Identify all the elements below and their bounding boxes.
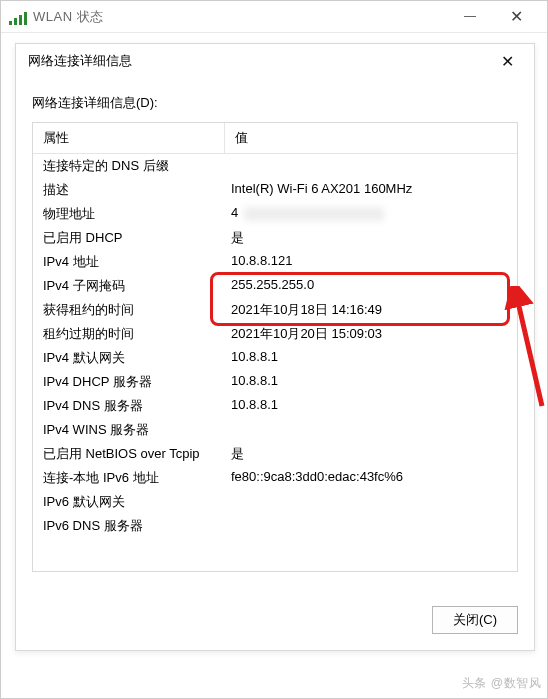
network-details-dialog: 网络连接详细信息 ✕ 网络连接详细信息(D): 属性 值 连接特定的 DNS 后…	[15, 43, 535, 651]
value-cell: 10.8.8.1	[225, 346, 517, 370]
details-table: 属性 值 连接特定的 DNS 后缀描述Intel(R) Wi-Fi 6 AX20…	[32, 122, 518, 572]
dialog-body: 网络连接详细信息(D): 属性 值 连接特定的 DNS 后缀描述Intel(R)…	[16, 78, 534, 592]
value-cell	[225, 514, 517, 538]
value-cell	[225, 154, 517, 178]
value-cell: 10.8.8.1	[225, 394, 517, 418]
table-row[interactable]: IPv4 DHCP 服务器10.8.8.1	[33, 370, 517, 394]
property-cell: IPv4 DHCP 服务器	[33, 370, 225, 394]
dialog-footer: 关闭(C)	[16, 592, 534, 650]
table-row[interactable]: 已启用 DHCP是	[33, 226, 517, 250]
outer-window-title: WLAN 状态	[33, 8, 447, 26]
table-row[interactable]: IPv4 DNS 服务器10.8.8.1	[33, 394, 517, 418]
property-cell: 连接-本地 IPv6 地址	[33, 466, 225, 490]
table-row[interactable]: 租约过期的时间2021年10月20日 15:09:03	[33, 322, 517, 346]
value-cell: fe80::9ca8:3dd0:edac:43fc%6	[225, 466, 517, 490]
property-cell: 已启用 NetBIOS over Tcpip	[33, 442, 225, 466]
header-property: 属性	[33, 123, 225, 153]
wlan-status-window: WLAN 状态 ✕ 网络连接详细信息 ✕ 网络连接详细信息(D): 属性 值 连…	[0, 0, 548, 699]
table-header: 属性 值	[33, 123, 517, 154]
table-row[interactable]: IPv4 地址10.8.8.121	[33, 250, 517, 274]
property-cell: 已启用 DHCP	[33, 226, 225, 250]
table-row[interactable]: 连接特定的 DNS 后缀	[33, 154, 517, 178]
value-cell	[225, 490, 517, 514]
wifi-signal-icon	[9, 9, 27, 25]
table-row[interactable]: IPv4 子网掩码255.255.255.0	[33, 274, 517, 298]
property-cell: IPv6 默认网关	[33, 490, 225, 514]
value-cell: 是	[225, 442, 517, 466]
value-cell: 2021年10月18日 14:16:49	[225, 298, 517, 322]
inner-titlebar: 网络连接详细信息 ✕	[16, 44, 534, 78]
table-row[interactable]: 描述Intel(R) Wi-Fi 6 AX201 160MHz	[33, 178, 517, 202]
table-row[interactable]: 连接-本地 IPv6 地址fe80::9ca8:3dd0:edac:43fc%6	[33, 466, 517, 490]
inner-window-title: 网络连接详细信息	[28, 52, 492, 70]
table-row[interactable]: IPv4 WINS 服务器	[33, 418, 517, 442]
value-cell: 4	[225, 202, 517, 226]
table-row[interactable]: IPv4 默认网关10.8.8.1	[33, 346, 517, 370]
property-cell: 获得租约的时间	[33, 298, 225, 322]
value-cell: 10.8.8.121	[225, 250, 517, 274]
watermark: 头条 @数智风	[462, 675, 541, 692]
table-body: 连接特定的 DNS 后缀描述Intel(R) Wi-Fi 6 AX201 160…	[33, 154, 517, 538]
property-cell: 物理地址	[33, 202, 225, 226]
property-cell: IPv4 地址	[33, 250, 225, 274]
property-cell: IPv4 DNS 服务器	[33, 394, 225, 418]
property-cell: IPv6 DNS 服务器	[33, 514, 225, 538]
value-cell: Intel(R) Wi-Fi 6 AX201 160MHz	[225, 178, 517, 202]
property-cell: 连接特定的 DNS 后缀	[33, 154, 225, 178]
header-value: 值	[225, 123, 517, 153]
value-cell: 是	[225, 226, 517, 250]
close-button[interactable]: 关闭(C)	[432, 606, 518, 634]
table-row[interactable]: 获得租约的时间2021年10月18日 14:16:49	[33, 298, 517, 322]
property-cell: IPv4 默认网关	[33, 346, 225, 370]
inner-close-button[interactable]: ✕	[492, 46, 522, 76]
value-cell: 10.8.8.1	[225, 370, 517, 394]
table-row[interactable]: 已启用 NetBIOS over Tcpip是	[33, 442, 517, 466]
outer-close-button[interactable]: ✕	[493, 1, 539, 33]
property-cell: IPv4 WINS 服务器	[33, 418, 225, 442]
outer-titlebar: WLAN 状态 ✕	[1, 1, 547, 33]
property-cell: 租约过期的时间	[33, 322, 225, 346]
property-cell: 描述	[33, 178, 225, 202]
value-cell	[225, 418, 517, 442]
table-row[interactable]: IPv6 默认网关	[33, 490, 517, 514]
table-row[interactable]: IPv6 DNS 服务器	[33, 514, 517, 538]
redacted-value	[244, 207, 384, 221]
details-label: 网络连接详细信息(D):	[32, 94, 518, 112]
property-cell: IPv4 子网掩码	[33, 274, 225, 298]
value-cell: 2021年10月20日 15:09:03	[225, 322, 517, 346]
value-cell: 255.255.255.0	[225, 274, 517, 298]
minimize-button[interactable]	[447, 1, 493, 33]
table-row[interactable]: 物理地址4	[33, 202, 517, 226]
